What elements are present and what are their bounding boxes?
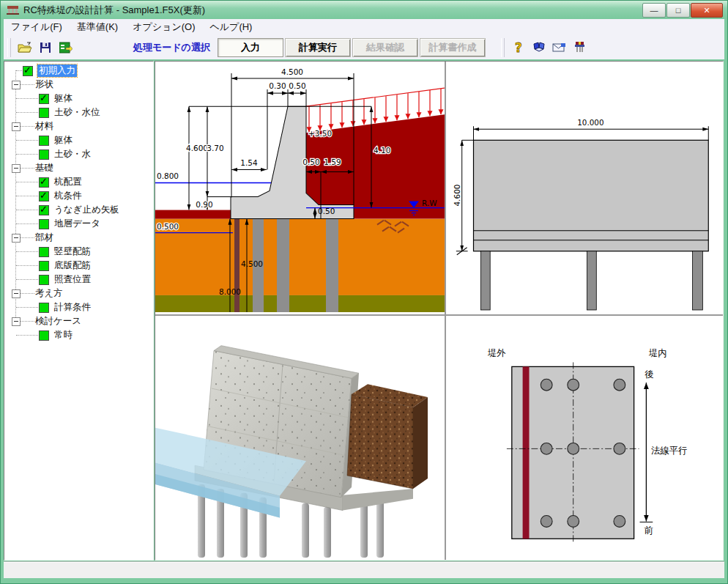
- menu-standard-values[interactable]: 基準値(K): [70, 21, 125, 34]
- maximize-button[interactable]: □: [666, 3, 690, 18]
- elevation-panel: 10.000 4.600: [446, 62, 723, 314]
- structure-3d-view: [155, 316, 445, 560]
- mode-report-button: 計算書作成: [420, 38, 486, 57]
- checkbox-checked-icon[interactable]: [23, 66, 33, 76]
- checkbox-icon[interactable]: [39, 136, 49, 146]
- tree-item-calc-conditions[interactable]: 計算条件: [4, 300, 153, 314]
- pile-plan-panel: 堤外 堤内 後 前: [446, 316, 723, 560]
- tree-item-body[interactable]: 躯体: [4, 92, 153, 106]
- dim-wall-height: 4.600: [186, 144, 208, 152]
- pile: [277, 219, 289, 312]
- checkbox-icon[interactable]: [39, 275, 49, 285]
- collapse-icon[interactable]: [12, 234, 21, 243]
- checkbox-icon[interactable]: [39, 247, 49, 257]
- label-residual-water: R.W: [422, 199, 437, 207]
- checkbox-checked-icon[interactable]: [39, 191, 49, 202]
- mail-button[interactable]: [549, 37, 570, 58]
- pile: [480, 251, 490, 310]
- tree-item-permanent-case[interactable]: 常時: [4, 328, 153, 342]
- data-import-button[interactable]: [56, 37, 76, 58]
- menu-help[interactable]: ヘルプ(H): [202, 21, 259, 34]
- dim-crest-top: 0.50: [289, 81, 305, 90]
- drawing-area: 4.500 0.30 0.50 4.600 3.70 1.54 0.800 0.…: [155, 61, 724, 561]
- menu-bar: ファイル(F) 基準値(K) オプション(O) ヘルプ(H): [4, 19, 724, 36]
- collapse-icon[interactable]: [12, 164, 21, 173]
- mode-input-button[interactable]: 入力: [218, 38, 283, 57]
- label-ground-elevation: +3.50: [308, 129, 332, 138]
- checkbox-checked-icon[interactable]: [39, 94, 49, 104]
- soil-layer-bearing: [155, 295, 445, 312]
- dim-residual-water-depth: 0.50: [318, 207, 335, 215]
- navigation-tree-panel: 初期入力 形状 躯体 土砂・水位 材料 躯体 土砂・水 基礎 杭配置 杭条件 う…: [4, 61, 154, 561]
- tree-item-pile-layout[interactable]: 杭配置: [4, 175, 153, 189]
- mode-results-button: 結果確認: [352, 38, 418, 57]
- help-button[interactable]: ?: [508, 37, 529, 58]
- dim-footing-step: 0.90: [196, 200, 212, 209]
- tree-group-members[interactable]: 部材: [4, 231, 153, 245]
- floppy-disk-icon: [40, 42, 51, 53]
- tree-item-wall-reinforcement[interactable]: 竪壁配筋: [4, 245, 153, 259]
- dim-back-height: 4.10: [374, 146, 390, 155]
- checkbox-icon[interactable]: [39, 330, 49, 341]
- checkbox-icon[interactable]: [39, 108, 49, 118]
- help-icon: ?: [513, 41, 524, 54]
- cutoff-sheet-pile: [234, 219, 239, 312]
- label-left-lower-level: 0.500: [157, 222, 179, 231]
- dim-heel-offset: 0.50: [302, 158, 319, 166]
- checkbox-icon[interactable]: [39, 303, 49, 313]
- book-icon: [532, 42, 546, 53]
- dim-top-width: 4.500: [281, 67, 303, 76]
- tree-group-approach[interactable]: 考え方: [4, 287, 153, 300]
- tree-item-check-position[interactable]: 照査位置: [4, 273, 153, 287]
- checkbox-checked-icon[interactable]: [39, 177, 49, 188]
- input-tree: 初期入力 形状 躯体 土砂・水位 材料 躯体 土砂・水 基礎 杭配置 杭条件 う…: [4, 62, 153, 342]
- dim-elevation-width: 10.000: [577, 118, 603, 127]
- data-import-icon: [59, 42, 73, 53]
- view3d-panel: [155, 316, 445, 560]
- pile: [587, 251, 596, 310]
- collapse-icon[interactable]: [12, 317, 21, 326]
- dim-elevation-height: 4.600: [453, 184, 461, 206]
- toolbar-separator: [501, 38, 505, 57]
- save-file-button[interactable]: [35, 37, 56, 58]
- label-outside: 堤外: [488, 347, 506, 358]
- setup-tool-button[interactable]: [570, 37, 590, 58]
- mode-select-label: 処理モードの選択: [133, 41, 210, 54]
- dim-crest-slope: 0.30: [269, 81, 286, 90]
- tree-item-soil-water[interactable]: 土砂・水: [4, 147, 153, 161]
- tree-group-foundation[interactable]: 基礎: [4, 161, 153, 175]
- tree-item-initial-input[interactable]: 初期入力: [4, 64, 153, 78]
- tree-group-material[interactable]: 材料: [4, 119, 153, 133]
- close-button[interactable]: ✕: [691, 3, 723, 18]
- collapse-icon[interactable]: [12, 289, 21, 298]
- menu-options[interactable]: オプション(O): [125, 21, 202, 34]
- collapse-icon[interactable]: [12, 122, 21, 131]
- collapse-icon[interactable]: [12, 81, 21, 89]
- tree-item-pile-conditions[interactable]: 杭条件: [4, 189, 153, 203]
- tree-item-sheet-pile[interactable]: うなぎ止め矢板: [4, 203, 153, 217]
- mode-calculate-button[interactable]: 計算実行: [285, 38, 351, 57]
- tree-item-slab-reinforcement[interactable]: 底版配筋: [4, 259, 153, 273]
- tree-item-soil-layer-data[interactable]: 地層データ: [4, 217, 153, 231]
- wall-elevation-body: [474, 140, 709, 251]
- checkbox-checked-icon[interactable]: [39, 205, 49, 215]
- cross-section-panel: 4.500 0.30 0.50 4.600 3.70 1.54 0.800 0.…: [155, 62, 445, 314]
- checkbox-icon[interactable]: [39, 261, 49, 271]
- sheet-pile-plan: [523, 366, 530, 539]
- tree-item-body-material[interactable]: 躯体: [4, 133, 153, 147]
- open-file-button[interactable]: [15, 37, 35, 58]
- tree-item-soil-water-level[interactable]: 土砂・水位: [4, 106, 153, 119]
- reference-button[interactable]: [529, 37, 549, 58]
- menu-file[interactable]: ファイル(F): [4, 21, 70, 34]
- main-area: 初期入力 形状 躯体 土砂・水位 材料 躯体 土砂・水 基礎 杭配置 杭条件 う…: [4, 59, 724, 562]
- tree-group-shape[interactable]: 形状: [4, 78, 153, 92]
- dim-toe-width: 1.54: [240, 158, 258, 167]
- elevation-view: 10.000 4.600: [446, 62, 723, 314]
- pile: [693, 251, 703, 310]
- checkbox-icon[interactable]: [39, 219, 49, 229]
- tool-brush-icon: [573, 41, 586, 53]
- checkbox-icon[interactable]: [39, 149, 49, 160]
- app-window: RC特殊堤の設計計算 - Sample1.F5X(更新) — □ ✕ ファイル(…: [0, 0, 728, 584]
- tree-group-load-cases[interactable]: 検討ケース: [4, 314, 153, 328]
- minimize-button[interactable]: —: [642, 3, 666, 18]
